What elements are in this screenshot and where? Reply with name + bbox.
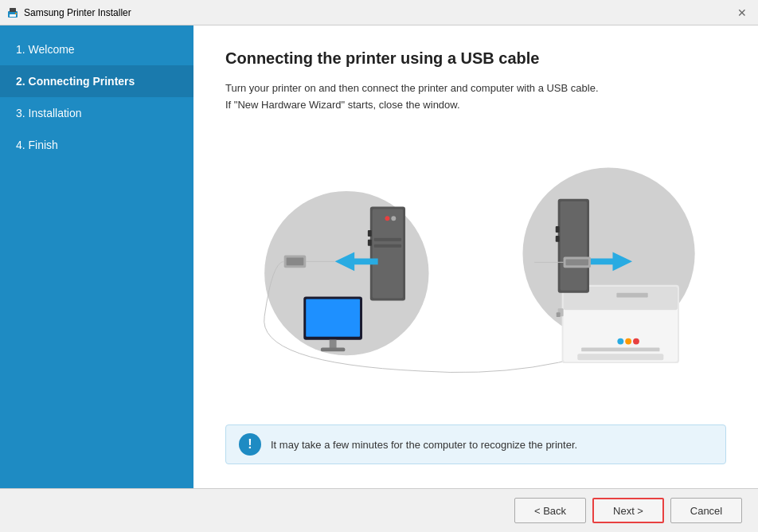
back-button[interactable]: < Back [514, 498, 586, 523]
sidebar-item-finish[interactable]: 4. Finish [0, 129, 193, 161]
svg-rect-21 [321, 347, 345, 351]
svg-rect-26 [577, 354, 663, 360]
svg-rect-7 [373, 209, 403, 298]
cancel-button[interactable]: Cancel [670, 498, 742, 523]
svg-rect-25 [616, 292, 647, 297]
svg-point-11 [391, 216, 396, 221]
info-bar: ! It may take a few minutes for the comp… [225, 424, 726, 464]
svg-rect-34 [561, 201, 587, 290]
title-bar: Samsung Printer Installer ✕ [0, 0, 758, 25]
info-icon: ! [239, 433, 261, 456]
info-text: It may take a few minutes for the comput… [271, 439, 577, 451]
main-container: 1. Welcome 2. Connecting Printers 3. Ins… [0, 25, 758, 488]
svg-point-3 [15, 13, 17, 14]
svg-rect-12 [374, 238, 401, 241]
svg-rect-9 [368, 240, 372, 246]
sidebar-item-installation[interactable]: 3. Installation [0, 97, 193, 129]
next-button[interactable]: Next > [592, 498, 664, 523]
svg-rect-13 [374, 244, 401, 248]
printer-icon [6, 6, 19, 19]
content-title: Connecting the printer using a USB cable [225, 49, 726, 68]
svg-rect-32 [557, 312, 561, 317]
svg-point-28 [617, 338, 623, 344]
svg-rect-36 [556, 236, 560, 242]
sidebar-item-connecting[interactable]: 2. Connecting Printers [0, 65, 193, 97]
svg-rect-39 [566, 259, 589, 265]
svg-rect-2 [10, 14, 16, 17]
svg-rect-35 [556, 226, 560, 233]
window-title: Samsung Printer Installer [24, 7, 131, 18]
svg-point-30 [633, 338, 639, 344]
svg-rect-1 [10, 8, 16, 12]
title-bar-left: Samsung Printer Installer [6, 6, 131, 19]
content-area: Connecting the printer using a USB cable… [193, 25, 758, 488]
description-line2: If "New Hardware Wizard" starts, close t… [225, 99, 460, 111]
illustration-container [225, 130, 726, 424]
svg-rect-17 [287, 257, 304, 265]
close-button[interactable]: ✕ [733, 3, 752, 22]
svg-point-10 [385, 216, 389, 221]
svg-point-29 [625, 338, 631, 344]
svg-rect-27 [581, 347, 659, 351]
content-description: Turn your printer on and then connect th… [225, 80, 726, 114]
sidebar-item-welcome[interactable]: 1. Welcome [0, 33, 193, 65]
sidebar: 1. Welcome 2. Connecting Printers 3. Ins… [0, 25, 193, 488]
svg-rect-8 [368, 230, 372, 237]
bottom-bar: < Back Next > Cancel [0, 488, 758, 532]
svg-rect-19 [306, 299, 360, 336]
usb-connection-illustration [225, 158, 726, 397]
description-line1: Turn your printer on and then connect th… [225, 82, 599, 94]
